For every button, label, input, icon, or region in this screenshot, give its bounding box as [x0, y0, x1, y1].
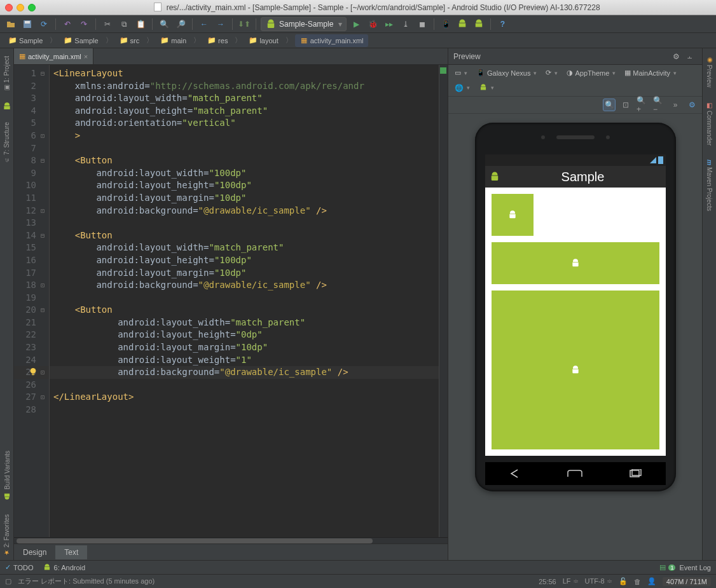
run-button[interactable]: ▶	[349, 17, 363, 31]
intention-bulb-icon[interactable]	[29, 367, 38, 376]
tool-commander[interactable]: ◧Commander	[705, 98, 714, 149]
locale-dropdown[interactable]: 🌐	[452, 83, 472, 93]
marker-stripe[interactable]	[439, 65, 448, 537]
nav-back-button[interactable]	[502, 466, 528, 481]
attach-button[interactable]: ⤓	[399, 17, 413, 31]
nav-recents-button[interactable]	[623, 466, 648, 481]
open-button[interactable]	[4, 17, 18, 31]
code-area[interactable]: <LinearLayout xmlns:android="http://sche…	[50, 65, 439, 537]
forward-button[interactable]: →	[214, 17, 228, 31]
find-button[interactable]: 🔍	[157, 17, 171, 31]
refresh-button[interactable]: ⟳	[37, 17, 51, 31]
crumb-sample-project[interactable]: 📁Sample	[4, 34, 47, 47]
window-minimize-button[interactable]	[17, 4, 24, 11]
tool-maven[interactable]: mMaven Projects	[705, 156, 714, 215]
editor-body[interactable]: ⊟⊡⊟⊡⊟⊡⊟⊡⊡ 123456789101112131415161718192…	[14, 65, 448, 537]
back-button[interactable]: ←	[197, 17, 211, 31]
editor-pane: ▦ activity_main.xml × ⊟⊡⊟⊡⊟⊡⊟⊡⊡ 12345678…	[14, 48, 448, 560]
save-button[interactable]	[20, 17, 34, 31]
text-tab[interactable]: Text	[55, 545, 87, 559]
run-tests-button[interactable]: ▸▸	[382, 17, 396, 31]
editor-horizontal-scrollbar[interactable]	[14, 537, 448, 544]
preview-button-2[interactable]	[492, 242, 659, 284]
tw-toggle-button[interactable]: ▢	[5, 577, 11, 585]
lock-icon[interactable]: 🔓	[619, 577, 628, 585]
crumb-sample-module[interactable]: 📁Sample	[59, 34, 102, 47]
status-message: エラー レポート: Submitted (5 minutes ago)	[18, 577, 155, 586]
app-icon	[489, 171, 500, 182]
run-config-dropdown[interactable]: Sample-Sample▾	[261, 17, 347, 31]
paste-button[interactable]: 📋	[134, 17, 148, 31]
tool-android[interactable]: 6: Android	[43, 563, 86, 572]
zoom-fit-button[interactable]: 🔍	[603, 99, 616, 111]
zoom-out-button[interactable]: 🔍−	[652, 99, 665, 111]
redo-button[interactable]: ↷	[77, 17, 91, 31]
preview-canvas[interactable]: Sample	[448, 114, 702, 560]
cut-button[interactable]: ✂	[100, 17, 114, 31]
device-model-dropdown[interactable]: 📱Galaxy Nexus	[474, 67, 539, 78]
preview-options-button[interactable]: ⚙	[685, 99, 698, 111]
editor-mode-tabs: Design Text	[14, 544, 448, 560]
zoom-actual-button[interactable]: ⊡	[619, 99, 632, 111]
avd-button[interactable]: 📱	[439, 17, 453, 31]
svg-rect-4	[658, 156, 663, 164]
more-button[interactable]: »	[669, 99, 682, 111]
memory-indicator[interactable]: 407M / 711M	[663, 577, 711, 586]
android-navbar	[485, 462, 666, 485]
left-tool-gutter: ▣1: Project ⎌7: Structure Build Variants…	[0, 48, 14, 560]
crumb-layout[interactable]: 📁layout	[244, 34, 282, 47]
zoom-in-button[interactable]: 🔍+	[636, 99, 649, 111]
tool-favorites[interactable]: ★2: Favorites	[2, 510, 11, 560]
xml-icon: ▦	[19, 52, 25, 60]
line-separator[interactable]: LF ≑	[563, 577, 579, 585]
file-encoding[interactable]: UTF-8 ≑	[585, 577, 612, 585]
make-button[interactable]: ⬇⬆	[237, 17, 251, 31]
activity-dropdown[interactable]: ▦MainActivity	[622, 67, 679, 78]
preview-toolbar-1: ▭ 📱Galaxy Nexus ⟳ ◑AppTheme ▦MainActivit…	[448, 65, 702, 97]
tool-build-variants[interactable]: Build Variants	[1, 447, 13, 504]
close-tab-button[interactable]: ×	[84, 53, 88, 60]
tool-structure[interactable]: ⎌7: Structure	[2, 118, 11, 167]
undo-button[interactable]: ↶	[60, 17, 74, 31]
help-button[interactable]: ?	[495, 17, 509, 31]
debug-button[interactable]: 🐞	[366, 17, 380, 31]
log-icon: ▤	[659, 563, 666, 571]
crumb-src[interactable]: 📁src	[115, 34, 144, 47]
copy-button[interactable]: ⧉	[117, 17, 131, 31]
android-tool-icon[interactable]	[2, 102, 12, 112]
tool-todo[interactable]: ✓TODO	[5, 563, 34, 571]
sdk-button[interactable]	[455, 17, 469, 31]
api-dropdown[interactable]	[476, 82, 497, 93]
nav-home-button[interactable]	[562, 466, 588, 481]
orientation-dropdown[interactable]: ⟳	[543, 67, 560, 78]
device-dropdown[interactable]: ▭	[452, 67, 470, 78]
crumb-file[interactable]: ▦activity_main.xml	[295, 34, 368, 47]
window-zoom-button[interactable]	[28, 4, 36, 11]
crumb-res[interactable]: 📁res	[203, 34, 232, 47]
window-close-button[interactable]	[5, 4, 13, 11]
file-tab-activity-main[interactable]: ▦ activity_main.xml ×	[14, 48, 93, 64]
preview-settings-button[interactable]: ⚙	[669, 50, 683, 64]
bottom-tool-bar: ✓TODO 6: Android ▤1Event Log	[0, 560, 716, 574]
trash-icon[interactable]: 🗑	[634, 578, 641, 585]
design-tab[interactable]: Design	[14, 545, 55, 559]
ddms-button[interactable]	[472, 17, 486, 31]
project-icon: 📁	[8, 36, 17, 45]
star-icon: ★	[3, 549, 10, 556]
android-icon	[3, 491, 11, 500]
preview-layout[interactable]	[485, 188, 666, 456]
preview-button-3[interactable]	[492, 291, 659, 449]
main-toolbar: ⟳ ↶ ↷ ✂ ⧉ 📋 🔍 🔎 ← → ⬇⬆ Sample-Sample▾ ▶ …	[0, 15, 716, 33]
preview-button-1[interactable]	[492, 194, 534, 236]
caret-position[interactable]: 25:56	[539, 578, 556, 585]
replace-button[interactable]: 🔎	[174, 17, 188, 31]
theme-dropdown[interactable]: ◑AppTheme	[564, 67, 618, 78]
right-tool-gutter: ◉Preview ◧Commander mMaven Projects	[702, 48, 716, 560]
tool-project[interactable]: ▣1: Project	[2, 52, 11, 95]
tool-event-log[interactable]: ▤1Event Log	[659, 563, 711, 571]
preview-hide-button[interactable]: ⫠	[683, 50, 697, 64]
crumb-main[interactable]: 📁main	[156, 34, 191, 47]
tool-preview[interactable]: ◉Preview	[705, 52, 714, 92]
stop-button[interactable]: ◼	[415, 17, 429, 31]
hector-icon[interactable]: 👤	[647, 577, 656, 585]
